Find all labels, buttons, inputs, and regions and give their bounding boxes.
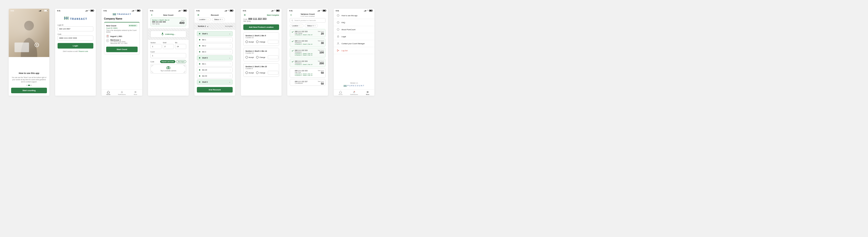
code-label: Code	[58, 33, 93, 35]
tab-notifications[interactable]: Notifications	[347, 91, 361, 95]
change-radio[interactable]: Change	[256, 56, 265, 59]
more-item[interactable]: iAbout PureCount	[334, 26, 374, 33]
tab-notifications[interactable]: Notifications	[115, 91, 129, 95]
more-item[interactable]: Legal	[334, 33, 374, 40]
change-radio[interactable]: Change	[256, 71, 265, 74]
check-icon	[291, 49, 294, 52]
code-input[interactable]: 0000 1111 2222 3333	[58, 35, 93, 41]
close-button[interactable]	[197, 13, 202, 17]
back-button[interactable]	[290, 13, 294, 17]
login-id-input[interactable]: 604 123 4567	[58, 26, 93, 31]
warehouse-name: Warehouse 1	[110, 39, 127, 41]
svg-rect-7	[64, 18, 68, 19]
shelf-row[interactable]: Shelf 2▲	[197, 55, 232, 60]
resend-prefix: Didn't receive a code?	[63, 50, 79, 52]
battery-icon	[369, 10, 372, 11]
voice-listening[interactable]: Listening...	[150, 31, 186, 37]
count-id: Count ID: 00001	[106, 27, 137, 29]
section-label: Section	[150, 42, 161, 43]
repeat-last-code-button[interactable]: Repeat Last Code	[160, 60, 175, 63]
company-name: Company Name	[104, 18, 140, 20]
variance-item[interactable]: Total Count30000 111 222 333Shampoo● Sec…	[290, 38, 326, 47]
variance-count: 100	[318, 51, 324, 54]
start-counting-button[interactable]: Start counting	[11, 88, 47, 93]
shelf-row[interactable]: Shelf 1▲	[197, 31, 232, 36]
wifi-icon: ◠	[88, 10, 90, 11]
section-header[interactable]: Section 1 ▲	[197, 24, 210, 29]
review-location: Section 2. Shelf 2. Bin 14	[246, 50, 277, 52]
text-input-button[interactable]: Text Input	[176, 60, 186, 63]
start-count-button[interactable]: Start Count	[106, 47, 137, 52]
camera-area[interactable]: Tap to activate camera	[150, 64, 186, 74]
accept-radio[interactable]: Accept	[246, 56, 254, 59]
svg-rect-14	[113, 14, 116, 15]
shelf-row[interactable]: Shelf 2▲	[197, 79, 232, 84]
tab-more[interactable]: More	[129, 91, 142, 95]
more-item[interactable]: Contact your Count Manager	[334, 40, 374, 47]
screen-review-count: 9:41 ◠ Mark Complete Code 000 111 222 33…	[241, 9, 281, 96]
more-item[interactable]: ?How to use this app	[334, 12, 374, 19]
check-icon	[291, 40, 294, 43]
camera-icon	[166, 66, 170, 69]
screen-recount: 9:41 ◠ Recount Location ↑↓ Status Sectio…	[194, 9, 235, 96]
accept-radio[interactable]: Accept	[246, 41, 254, 43]
end-recount-button[interactable]: End Recount	[197, 87, 232, 93]
bin-row[interactable]: Bin 1›	[197, 61, 232, 66]
variance-item[interactable]: Total Count50000 111 222 337Conditioner	[290, 79, 326, 86]
variance-item[interactable]: Total Count20000 111 222 333Hair Spray● …	[290, 29, 326, 37]
warehouse-address1: 123 Warehouse Drive,	[110, 41, 127, 42]
tab-home[interactable]: Home	[334, 91, 347, 95]
variance-count: 50	[318, 71, 324, 74]
status-filter[interactable]: Status	[305, 24, 318, 28]
tab-more[interactable]: More	[361, 91, 374, 95]
bin-row[interactable]: Bin 2›	[197, 43, 232, 48]
bin-row[interactable]: Bin 1›	[197, 37, 232, 42]
change-input[interactable]	[268, 71, 278, 75]
brand-logo: TRANSACT	[101, 13, 142, 15]
status-time: 9:41	[103, 10, 107, 11]
tab-home[interactable]: Home	[101, 91, 115, 95]
shelf-input[interactable]: 2	[163, 44, 174, 49]
location-filter[interactable]: Location ↑↓	[290, 24, 304, 28]
status-time: 9:41	[289, 10, 292, 11]
current-product: Hair Spray	[152, 23, 169, 25]
resend-code-link[interactable]: Resend code	[79, 50, 88, 52]
location-filter[interactable]: Location ↑↓	[197, 18, 211, 21]
logout-item[interactable]: Log Out	[334, 47, 374, 54]
logout-icon	[337, 49, 340, 52]
battery-icon	[90, 10, 94, 11]
search-input[interactable]: Search product or barcode	[290, 18, 326, 23]
section-input[interactable]: 1	[150, 44, 161, 49]
ready-badge: READY	[128, 24, 137, 27]
code-label: Code	[243, 19, 247, 20]
variance-item[interactable]: Total Count200000 111 222 333Shampoo● Se…	[290, 59, 326, 67]
add-location-button[interactable]: Add New Product Location	[243, 24, 279, 30]
mark-complete-button[interactable]: Mark Complete	[267, 14, 279, 16]
svg-point-16	[114, 15, 115, 15]
change-radio[interactable]: Change	[256, 41, 265, 43]
bin-input[interactable]: 14	[175, 44, 186, 49]
variance-item[interactable]: Total Count50000 111 222 333Hair Dye● Se…	[290, 68, 326, 78]
close-button[interactable]	[243, 13, 248, 17]
variance-item[interactable]: Total Count100000 111 222 333Shampoo● Se…	[290, 48, 326, 58]
svg-text:?: ?	[338, 15, 339, 16]
lock-icon	[337, 35, 340, 38]
accept-radio[interactable]: Accept	[246, 71, 254, 74]
count-input[interactable]: 1	[150, 53, 186, 58]
wifi-icon: ◠	[227, 10, 229, 11]
help-icon: ?	[337, 14, 340, 17]
login-button[interactable]: Login	[58, 43, 93, 48]
back-button[interactable]	[150, 13, 155, 17]
more-item[interactable]: ?FAQ	[334, 19, 374, 26]
change-input[interactable]	[268, 55, 278, 59]
change-input[interactable]	[268, 40, 278, 44]
svg-point-38	[344, 86, 344, 87]
signal-icon	[271, 10, 273, 11]
status-filter[interactable]: Status	[212, 18, 225, 21]
wifi-icon: ◠	[135, 10, 136, 11]
svg-text:?: ?	[338, 22, 339, 23]
bin-row[interactable]: Bin 99›	[197, 73, 232, 78]
svg-line-25	[292, 21, 293, 21]
bin-row[interactable]: Bin 3›	[197, 49, 232, 54]
bin-row[interactable]: Bin 20›	[197, 67, 232, 72]
